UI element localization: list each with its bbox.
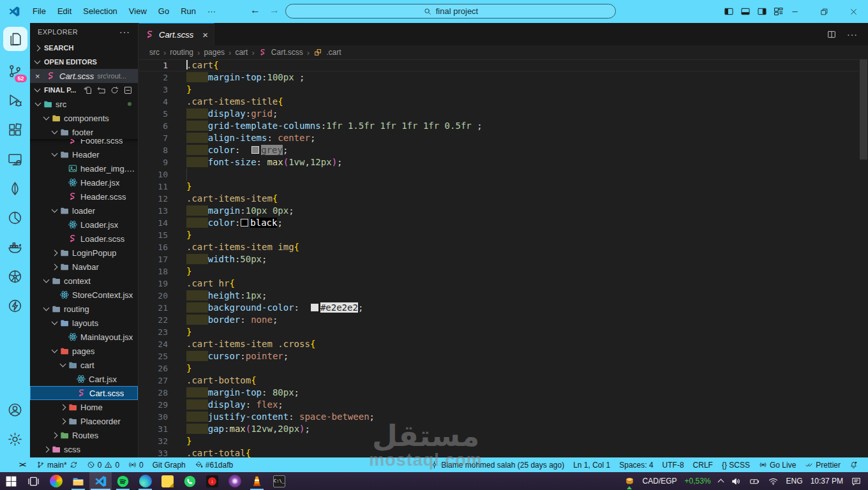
restore-button[interactable] (809, 0, 839, 23)
tree-item-header-img-p[interactable]: header_img.p... (30, 161, 138, 175)
tree-item-routes[interactable]: Routes (30, 428, 138, 442)
tree-item-cart-scss[interactable]: Cart.scss (30, 386, 138, 400)
taskbar-tor[interactable] (223, 472, 246, 490)
tree-item-header-scss[interactable]: Header.scss (30, 189, 138, 204)
activity-source-control-icon[interactable]: 52 (3, 56, 27, 85)
activity-run-debug-icon[interactable] (3, 85, 27, 115)
section-workspace[interactable]: FINAL P... (30, 83, 138, 97)
status-encoding[interactable]: UTF-8 (659, 457, 688, 472)
toggle-panel-icon[interactable] (740, 6, 751, 17)
menu-file[interactable]: File (27, 0, 52, 23)
code-line-5[interactable]: 5 display:grid; (139, 108, 859, 120)
tree-item-layouts[interactable]: layouts (30, 316, 138, 330)
status-remote[interactable]: >< (15, 457, 31, 472)
editor-more-icon[interactable]: ··· (847, 29, 858, 40)
nav-back-button[interactable]: ← (248, 4, 263, 16)
menu-selection[interactable]: Selection (77, 0, 123, 23)
taskbar-whatsapp[interactable] (179, 472, 201, 490)
taskbar-vlc[interactable] (246, 472, 268, 490)
tree-item-home[interactable]: Home (30, 400, 138, 414)
activity-mongodb-icon[interactable] (3, 174, 27, 203)
ticker-pair[interactable]: CAD/EGP (643, 477, 677, 486)
status-language[interactable]: {} SCSS (718, 457, 754, 472)
taskbar-file-explorer[interactable] (67, 472, 89, 490)
code-line-21[interactable]: 21 background-color: #e2e2e2; (139, 302, 859, 314)
status-indentation[interactable]: Spaces: 4 (615, 457, 657, 472)
breadcrumb-cart[interactable]: .cart (326, 48, 341, 57)
taskbar-download-app[interactable]: ↓ (201, 472, 223, 490)
code-line-6[interactable]: 6 grid-template-columns:1fr 1.5fr 1fr 1f… (139, 120, 859, 132)
taskbar-copilot[interactable] (45, 472, 67, 490)
speaker-icon[interactable] (731, 476, 742, 487)
tree-item-header-jsx[interactable]: Header.jsx (30, 175, 138, 189)
status-prettier[interactable]: Prettier (801, 457, 844, 472)
status-branch[interactable]: main* (33, 457, 82, 472)
tree-item-loader[interactable]: loader (30, 204, 138, 218)
start-button[interactable] (0, 472, 22, 490)
tab-cart-scss[interactable]: Cart.scss × (139, 23, 214, 45)
status-git-graph[interactable]: Git Graph (149, 457, 190, 472)
status-blame[interactable]: Blame mohmed salah (25 days ago) (426, 457, 568, 472)
breadcrumb-routing[interactable]: routing (170, 48, 193, 57)
code-line-12[interactable]: 12.cart-items-item{ (139, 193, 859, 205)
code-line-15[interactable]: 15} (139, 229, 859, 241)
currency-ticker-icon[interactable] (624, 476, 635, 487)
tree-item-placeorder[interactable]: Placeorder (30, 414, 138, 428)
code-line-28[interactable]: 28 margin-top: 80px; (139, 387, 859, 399)
menu-go[interactable]: Go (153, 0, 175, 23)
battery-icon[interactable] (749, 476, 760, 487)
tree-item-header[interactable]: Header (30, 147, 138, 161)
new-file-icon[interactable] (83, 85, 93, 95)
tree-item-mainlayout-jsx[interactable]: Mainlayout.jsx (30, 330, 138, 344)
code-line-25[interactable]: 25 cursor:pointer; (139, 350, 859, 362)
code-line-23[interactable]: 23} (139, 326, 859, 338)
toggle-sidebar-icon[interactable] (724, 6, 734, 17)
open-editor-cart-scss[interactable]: × Cart.scss src\rout... (30, 69, 138, 83)
code-line-33[interactable]: 33.cart-total{ (139, 447, 859, 457)
new-folder-icon[interactable] (96, 85, 106, 95)
code-line-26[interactable]: 26} (139, 362, 859, 375)
code-line-3[interactable]: 3} (139, 84, 859, 96)
taskbar-sticky-notes[interactable] (156, 472, 179, 490)
minimize-button[interactable] (780, 0, 809, 23)
split-editor-icon[interactable] (827, 29, 837, 40)
activity-account-icon[interactable] (3, 395, 27, 424)
tree-item-routing[interactable]: routing (30, 302, 138, 316)
code-area[interactable]: 1.cart{2 margin-top:100px ;3}4.cart-item… (139, 59, 859, 457)
code-line-1[interactable]: 1.cart{ (139, 59, 859, 71)
activity-files-icon[interactable] (3, 27, 27, 51)
menu-run[interactable]: Run (175, 0, 202, 23)
breadcrumb-pages[interactable]: pages (204, 48, 225, 57)
code-line-30[interactable]: 30 justify-content: space-between; (139, 411, 859, 423)
command-center-search[interactable]: final project (285, 4, 616, 19)
clock[interactable]: 10:37 PM (811, 477, 843, 486)
code-line-9[interactable]: 9 font-size: max(1vw,12px); (139, 156, 859, 168)
code-line-13[interactable]: 13 margin:10px 0px; (139, 205, 859, 217)
code-line-4[interactable]: 4.cart-items-title{ (139, 96, 859, 108)
status-go-live[interactable]: Go Live (755, 457, 800, 472)
tree-item-storecontext-jsx[interactable]: StoreContext.jsx (30, 288, 138, 302)
code-line-31[interactable]: 31 gap:max(12vw,20px); (139, 423, 859, 435)
tree-item-src[interactable]: src (30, 97, 138, 111)
code-line-8[interactable]: 8 color: grey; (139, 144, 859, 156)
breadcrumb-cart[interactable]: cart (235, 48, 248, 57)
code-line-20[interactable]: 20 height:1px; (139, 290, 859, 302)
close-button[interactable] (839, 0, 868, 23)
code-line-16[interactable]: 16.cart-items-item img{ (139, 241, 859, 253)
code-line-11[interactable]: 11} (139, 181, 859, 193)
code-line-14[interactable]: 14 color:black; (139, 217, 859, 229)
code-line-17[interactable]: 17 width:50px; (139, 253, 859, 265)
code-line-32[interactable]: 32} (139, 435, 859, 447)
tree-item-pages[interactable]: pages (30, 344, 138, 358)
breadcrumb-src[interactable]: src (149, 48, 160, 57)
refresh-icon[interactable] (110, 85, 119, 95)
section-open-editors[interactable]: OPEN EDITORS (30, 55, 138, 69)
toggle-secondary-sidebar-icon[interactable] (757, 6, 767, 17)
activity-kubernetes-icon[interactable] (3, 262, 27, 291)
explorer-more-icon[interactable]: ··· (119, 27, 130, 37)
tree-item-loader-jsx[interactable]: Loader.jsx (30, 218, 138, 232)
status-notifications[interactable] (846, 457, 862, 472)
taskbar-spotify[interactable] (112, 472, 134, 490)
tray-expand-icon[interactable] (717, 479, 724, 486)
tree-item-context[interactable]: context (30, 274, 138, 288)
